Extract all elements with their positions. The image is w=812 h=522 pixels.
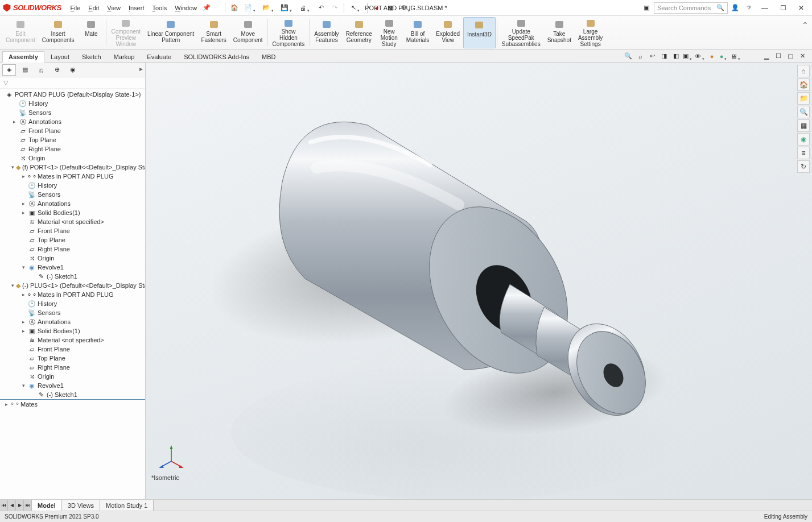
expander-icon[interactable]: ▾ xyxy=(20,383,26,388)
view-settings-icon[interactable]: 🖥 xyxy=(731,51,741,61)
tab-scroll-prev-icon[interactable]: ◀ xyxy=(8,500,16,511)
display-style-icon[interactable]: ▣ xyxy=(683,51,693,61)
tree-node[interactable]: ▸▣Solid Bodies(1) xyxy=(0,208,145,217)
tree-node[interactable]: ≋Material <not specified> xyxy=(0,217,145,226)
undo-button[interactable]: ↶ xyxy=(315,2,327,14)
expander-icon[interactable]: ▾ xyxy=(20,264,26,270)
menu-file[interactable]: File xyxy=(67,2,84,14)
zoom-area-icon[interactable]: ⌕ xyxy=(635,51,645,61)
previous-view-icon[interactable]: ↩ xyxy=(647,51,657,61)
ribbon-large[interactable]: LargeAssemblySettings xyxy=(575,17,606,48)
edit-appearance-icon[interactable]: ● xyxy=(707,51,717,61)
expander-icon[interactable]: ▾ xyxy=(11,164,14,170)
tree-node[interactable]: ▸ⒶAnnotations xyxy=(0,199,145,208)
feature-filter-row[interactable]: ▽ xyxy=(0,77,145,89)
dimxpert-tab-icon[interactable]: ⊕ xyxy=(50,64,64,76)
display-manager-tab-icon[interactable]: ◉ xyxy=(66,64,80,76)
save-button[interactable]: 💾 xyxy=(278,2,295,14)
ribbon-exploded[interactable]: ExplodedView xyxy=(432,17,463,48)
file-explorer-icon[interactable]: 🔍 xyxy=(797,106,810,118)
open-doc-button[interactable]: 📂 xyxy=(260,2,277,14)
tab-solidworks-add-ins[interactable]: SOLIDWORKS Add-Ins xyxy=(178,51,255,62)
tree-node[interactable]: ▸ⒶAnnotations xyxy=(0,317,145,326)
expander-icon[interactable]: ▸ xyxy=(20,319,26,325)
tree-node[interactable]: ▸▣Solid Bodies(1) xyxy=(0,326,145,335)
tree-node[interactable]: ▱Right Plane xyxy=(0,144,145,154)
expander-icon[interactable]: ▸ xyxy=(3,401,9,407)
expander-icon[interactable]: ▸ xyxy=(20,173,26,179)
tree-node[interactable]: ▱Front Plane xyxy=(0,226,145,235)
appearances-icon[interactable]: ◉ xyxy=(797,133,810,146)
tree-node[interactable]: 🕑History xyxy=(0,299,145,308)
menu-edit[interactable]: Edit xyxy=(85,2,102,14)
tab-scroll-last-icon[interactable]: ⏭ xyxy=(24,500,32,511)
apply-scene-icon[interactable]: ● xyxy=(719,51,729,61)
tree-node[interactable]: ▱Right Plane xyxy=(0,363,145,372)
feature-tree[interactable]: ◈ PORT AND PLUG (Default<Display State-1… xyxy=(0,89,145,499)
ribbon-instant3d[interactable]: Instant3D xyxy=(463,17,496,48)
design-library-icon[interactable]: 📁 xyxy=(797,92,810,105)
feature-tree-tab-icon[interactable]: ◈ xyxy=(2,64,16,76)
home-view-icon[interactable]: ⌂ xyxy=(797,65,810,77)
pin-icon[interactable]: 📌 xyxy=(200,2,213,14)
doc-maximize-button[interactable]: ▢ xyxy=(785,51,795,61)
ribbon-mate[interactable]: Mate xyxy=(77,17,105,48)
expander-icon[interactable]: ▸ xyxy=(20,201,26,206)
view-orientation-icon[interactable]: ◧ xyxy=(671,51,681,61)
restore-button[interactable]: ☐ xyxy=(774,2,792,14)
print-button[interactable]: 🖨 xyxy=(296,2,314,14)
doc-close-button[interactable]: ✕ xyxy=(797,51,807,61)
tree-node[interactable]: ▸⚬⚬Mates in PORT AND PLUG xyxy=(0,290,145,299)
ribbon-insert[interactable]: InsertComponents xyxy=(39,17,78,48)
tree-node[interactable]: ▾◉Revolve1 xyxy=(0,381,145,390)
tree-root[interactable]: ◈ PORT AND PLUG (Default<Display State-1… xyxy=(0,90,145,99)
tree-node[interactable]: ≋Material <not specified> xyxy=(0,335,145,345)
login-icon[interactable]: 👤 xyxy=(729,2,741,14)
ribbon-bill-of[interactable]: Bill ofMaterials xyxy=(403,17,433,48)
ribbon-collapse-icon[interactable]: ⌃ xyxy=(802,20,809,30)
expander-icon[interactable]: ▾ xyxy=(11,283,14,288)
tab-scroll-next-icon[interactable]: ▶ xyxy=(16,500,24,511)
tree-node[interactable]: 📡Sensors xyxy=(0,190,145,199)
tree-node[interactable]: ✎(-) Sketch1 xyxy=(0,272,145,281)
menu-view[interactable]: View xyxy=(104,2,124,14)
ribbon-reference[interactable]: ReferenceGeometry xyxy=(343,17,376,48)
tree-node[interactable]: ▱Top Plane xyxy=(0,135,145,144)
tree-node[interactable]: ▸ⒶAnnotations xyxy=(0,117,145,126)
configuration-tab-icon[interactable]: ⎌ xyxy=(34,64,48,76)
zoom-fit-icon[interactable]: 🔍 xyxy=(623,51,633,61)
tab-assembly[interactable]: Assembly xyxy=(2,51,44,63)
tree-node[interactable]: 📡Sensors xyxy=(0,108,145,117)
tab-evaluate[interactable]: Evaluate xyxy=(141,51,178,62)
search-input[interactable]: Search Commands 🔍 xyxy=(654,2,728,14)
ribbon-show[interactable]: ShowHiddenComponents xyxy=(269,17,308,48)
tree-node[interactable]: ▾◆(-) PLUG<1> (Default<<Default>_Display… xyxy=(0,281,145,290)
graphics-viewport[interactable]: *Isometric ⌂ 🏠 📁 🔍 ▦ ◉ ≡ ↻ xyxy=(146,63,812,499)
tree-node[interactable]: ⤭Origin xyxy=(0,154,145,163)
doc-restore-button[interactable]: ☐ xyxy=(773,51,784,61)
tab-mbd[interactable]: MBD xyxy=(255,51,282,62)
tree-mates-group[interactable]: ▸ ⚬⚬ Mates xyxy=(0,399,145,408)
tree-node[interactable]: ⤭Origin xyxy=(0,254,145,263)
redo-button[interactable]: ↷ xyxy=(328,2,341,14)
tree-node[interactable]: 🕑History xyxy=(0,99,145,108)
tree-node[interactable]: ▱Front Plane xyxy=(0,345,145,354)
tree-node[interactable]: ▾◆(f) PORT<1> (Default<<Default>_Display… xyxy=(0,163,145,172)
ribbon-move[interactable]: MoveComponent xyxy=(230,17,266,48)
tree-node[interactable]: 🕑History xyxy=(0,181,145,190)
expander-icon[interactable]: ▸ xyxy=(20,210,26,216)
tab-sketch[interactable]: Sketch xyxy=(76,51,108,62)
tree-node[interactable]: ⤭Origin xyxy=(0,372,145,381)
minimize-button[interactable]: — xyxy=(756,2,773,14)
tree-node[interactable]: ▱Front Plane xyxy=(0,126,145,135)
tab-layout[interactable]: Layout xyxy=(44,51,76,62)
tree-node[interactable]: ▸⚬⚬Mates in PORT AND PLUG xyxy=(0,172,145,181)
doc-minimize-button[interactable]: ▁ xyxy=(761,51,772,61)
ribbon-new[interactable]: NewMotionStudy xyxy=(376,17,403,48)
tab-scroll-first-icon[interactable]: ⏮ xyxy=(0,500,8,511)
resources-icon[interactable]: 🏠 xyxy=(797,78,810,91)
menu-window[interactable]: Window xyxy=(171,2,200,14)
tree-node[interactable]: ✎(-) Sketch1 xyxy=(0,390,145,399)
expander-icon[interactable]: ▸ xyxy=(11,119,17,125)
ribbon-take[interactable]: TakeSnapshot xyxy=(544,17,575,48)
